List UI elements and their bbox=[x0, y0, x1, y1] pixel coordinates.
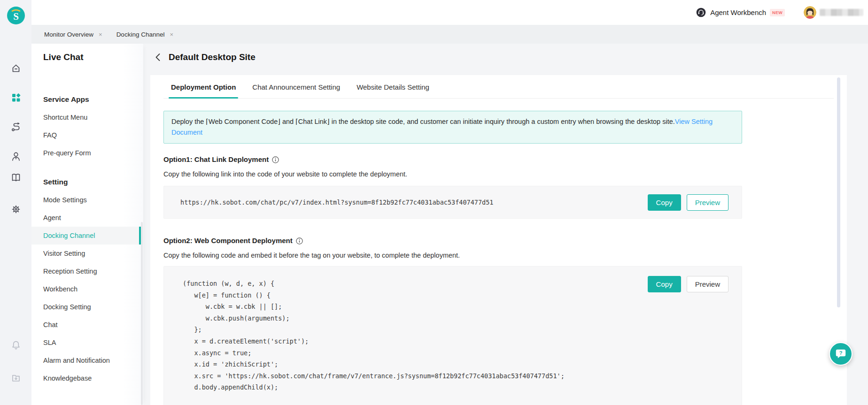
svg-text:S: S bbox=[13, 11, 19, 22]
agent-person-icon[interactable] bbox=[10, 151, 22, 162]
code-line: x.async = true; bbox=[183, 347, 728, 359]
code-line: x.id = 'zhichiScript'; bbox=[183, 359, 728, 370]
page-title: Default Desktop Site bbox=[169, 52, 256, 62]
code-line: }; bbox=[183, 324, 728, 336]
back-arrow-icon[interactable] bbox=[154, 53, 163, 61]
web-component-code-box: (function (w, d, e, x) { w[e] = function… bbox=[163, 266, 742, 405]
svg-text:?: ? bbox=[839, 350, 843, 356]
user-name-redacted[interactable] bbox=[820, 9, 863, 16]
chat-link-url[interactable]: https://hk.sobot.com/chat/pc/v7/index.ht… bbox=[180, 199, 648, 206]
sidebar-item-visitor-setting[interactable]: Visitor Setting bbox=[31, 245, 143, 262]
live-chat-sidebar: Live Chat Service Apps Shortcut Menu FAQ… bbox=[31, 44, 143, 405]
sidebar-item-workbench[interactable]: Workbench bbox=[31, 280, 143, 298]
option1-preview-button[interactable]: Preview bbox=[687, 194, 728, 211]
sidebar-item-knowledgebase[interactable]: Knowledgebase bbox=[31, 369, 143, 387]
sidebar-item-pre-query-form[interactable]: Pre-query Form bbox=[31, 144, 143, 162]
open-pages-tabbar: Monitor Overview × Docking Channel × bbox=[31, 25, 868, 44]
sidebar-item-sla[interactable]: SLA bbox=[31, 334, 143, 352]
knowledge-book-icon[interactable] bbox=[10, 172, 22, 183]
close-tab-icon[interactable]: × bbox=[170, 31, 173, 38]
sidebar-title: Live Chat bbox=[31, 50, 143, 64]
sidebar-section-setting: Setting bbox=[31, 173, 143, 191]
sidebar-item-docking-setting[interactable]: Docking Setting bbox=[31, 298, 143, 316]
brand-logo[interactable]: S bbox=[7, 7, 25, 26]
route-icon[interactable] bbox=[10, 121, 22, 132]
sidebar-item-faq[interactable]: FAQ bbox=[31, 126, 143, 144]
home-icon[interactable] bbox=[10, 62, 22, 74]
sidebar-item-agent[interactable]: Agent bbox=[31, 209, 143, 227]
deployment-info-banner: Deploy the ⌈Web Component Code⌋ and ⌈Cha… bbox=[163, 111, 742, 144]
code-line: w[e] = function () { bbox=[183, 290, 728, 301]
sidebar-item-docking-channel[interactable]: Docking Channel bbox=[31, 227, 143, 245]
close-tab-icon[interactable]: × bbox=[99, 31, 102, 38]
page-tab-docking-channel[interactable]: Docking Channel × bbox=[109, 25, 180, 44]
content-scrollbar[interactable] bbox=[837, 77, 840, 307]
setting-tabs: Deployment Option Chat Announcement Sett… bbox=[163, 75, 834, 99]
sidebar-scrollbar[interactable] bbox=[141, 222, 143, 405]
info-icon[interactable] bbox=[296, 237, 303, 245]
option1-heading: Option1: Chat Link Deployment bbox=[163, 155, 269, 164]
icon-rail: S bbox=[0, 0, 31, 405]
download-tray-icon[interactable] bbox=[10, 372, 22, 383]
main-content: Default Desktop Site Deployment Option C… bbox=[143, 44, 868, 405]
sidebar-section-service-apps: Service Apps bbox=[31, 91, 143, 108]
code-line: w.cbk = w.cbk || []; bbox=[183, 301, 728, 313]
tab-chat-announcement-setting[interactable]: Chat Announcement Setting bbox=[252, 83, 340, 98]
agent-workbench-headset-icon[interactable] bbox=[696, 8, 706, 17]
settings-gear-icon[interactable] bbox=[10, 204, 22, 215]
option2-heading: Option2: Web Component Deployment bbox=[163, 236, 293, 245]
chat-bubble-question-icon: ? bbox=[834, 347, 848, 361]
sidebar-item-reception-setting[interactable]: Reception Setting bbox=[31, 262, 143, 280]
deployment-card: Deployment Option Chat Announcement Sett… bbox=[150, 75, 847, 405]
option2-preview-button[interactable]: Preview bbox=[687, 276, 728, 292]
code-line: w.cbk.push(arguments); bbox=[183, 313, 728, 324]
info-icon[interactable] bbox=[272, 156, 279, 163]
code-line: x = d.createElement('script'); bbox=[183, 336, 728, 347]
sidebar-item-mode-settings[interactable]: Mode Settings bbox=[31, 191, 143, 209]
option1-copy-button[interactable]: Copy bbox=[648, 194, 681, 211]
code-line: x.src = 'https://hk.sobot.com/chat/frame… bbox=[183, 370, 728, 382]
sidebar-item-chat[interactable]: Chat bbox=[31, 316, 143, 334]
agent-workbench-label[interactable]: Agent Workbench bbox=[710, 8, 766, 16]
code-line: (function (w, d, e, x) { bbox=[183, 278, 728, 290]
user-avatar[interactable] bbox=[804, 6, 816, 19]
sidebar-item-shortcut-menu[interactable]: Shortcut Menu bbox=[31, 108, 143, 126]
notification-bell-icon[interactable] bbox=[10, 339, 22, 351]
code-line: d.body.appendChild(x); bbox=[183, 382, 728, 393]
top-header: Agent Workbench NEW bbox=[31, 0, 868, 25]
page-tab-monitor-overview[interactable]: Monitor Overview × bbox=[37, 25, 109, 44]
chat-link-box: https://hk.sobot.com/chat/pc/v7/index.ht… bbox=[163, 186, 742, 219]
tab-deployment-option[interactable]: Deployment Option bbox=[171, 83, 236, 98]
option2-description: Copy the following code and embed it bef… bbox=[163, 251, 834, 260]
new-badge: NEW bbox=[770, 9, 785, 16]
banner-text: Deploy the ⌈Web Component Code⌋ and ⌈Cha… bbox=[171, 118, 675, 125]
sidebar-item-alarm-and-notification[interactable]: Alarm and Notification bbox=[31, 352, 143, 369]
help-chat-widget-button[interactable]: ? bbox=[829, 342, 852, 366]
option1-description: Copy the following link into the code of… bbox=[163, 169, 834, 179]
tab-website-details-setting[interactable]: Website Details Setting bbox=[356, 83, 429, 98]
apps-grid-icon[interactable] bbox=[10, 92, 22, 103]
option2-copy-button[interactable]: Copy bbox=[648, 276, 681, 292]
